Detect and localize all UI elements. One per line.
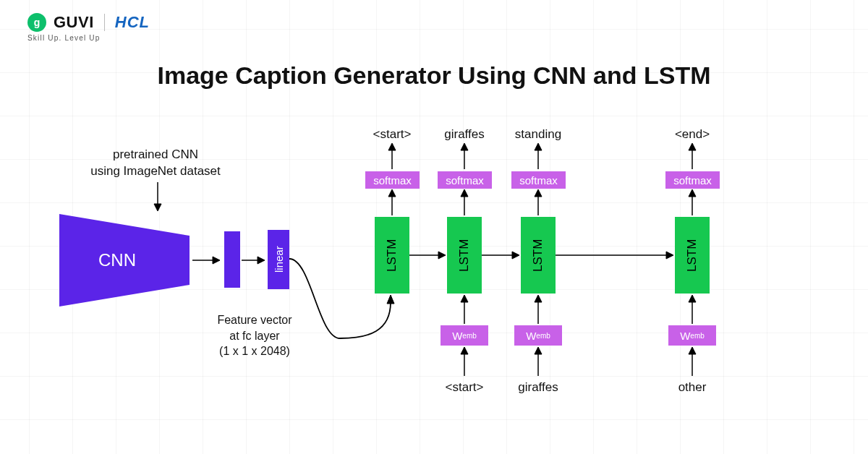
- linear-block: linear: [268, 230, 289, 289]
- brand-logo: g GUVI HCL Skill Up. Level Up: [27, 13, 150, 42]
- label-input-other: other: [660, 380, 725, 396]
- arrow-right-icon: [556, 248, 675, 262]
- arrow-up-icon: [531, 295, 545, 324]
- arrow-up-icon: [685, 189, 699, 215]
- svg-marker-18: [388, 189, 396, 197]
- wemb-block: Wemb: [514, 325, 562, 346]
- label-output-giraffes: giraffes: [432, 127, 497, 143]
- lstm-block: LSTM: [521, 217, 556, 294]
- svg-marker-38: [461, 347, 468, 354]
- arrow-up-icon: [457, 347, 472, 376]
- svg-marker-8: [387, 295, 394, 304]
- svg-marker-1: [154, 204, 161, 211]
- label-output-start: <start>: [359, 127, 425, 143]
- hcl-text: HCL: [115, 13, 150, 32]
- svg-marker-7: [258, 257, 265, 264]
- tagline: Skill Up. Level Up: [27, 34, 150, 42]
- softmax-block: softmax: [665, 171, 720, 189]
- lstm-block: LSTM: [447, 217, 482, 294]
- page-title: Image Caption Generator Using CNN and LS…: [0, 61, 868, 90]
- arrow-right-icon: [409, 248, 447, 262]
- svg-marker-42: [689, 347, 696, 354]
- svg-marker-32: [461, 295, 468, 302]
- arrow-up-icon: [685, 347, 699, 376]
- label-output-standing: standing: [506, 127, 571, 143]
- logo-divider: [104, 14, 105, 31]
- logo-row: g GUVI HCL: [27, 13, 150, 32]
- guvi-text: GUVI: [54, 13, 94, 32]
- arrow-up-icon: [685, 295, 699, 324]
- lstm-block: LSTM: [375, 217, 409, 294]
- svg-marker-30: [666, 252, 673, 259]
- softmax-block: softmax: [438, 171, 492, 189]
- svg-marker-40: [535, 347, 542, 354]
- arrow-up-icon: [531, 143, 545, 169]
- svg-text:CNN: CNN: [98, 250, 136, 270]
- arrow-right-icon: [482, 248, 521, 262]
- arrow-right-icon: [242, 253, 266, 267]
- arrow-up-icon: [531, 347, 545, 376]
- arrow-up-icon: [385, 189, 399, 215]
- svg-marker-14: [535, 143, 542, 150]
- arrow-up-icon: [531, 189, 545, 215]
- wemb-block: Wemb: [441, 325, 488, 346]
- svg-marker-34: [535, 295, 542, 302]
- guvi-badge: g: [27, 13, 46, 32]
- arrow-up-icon: [385, 143, 399, 169]
- svg-marker-36: [689, 295, 696, 302]
- svg-marker-12: [461, 143, 468, 150]
- svg-marker-28: [512, 252, 519, 259]
- softmax-block: softmax: [511, 171, 566, 189]
- svg-marker-26: [438, 252, 446, 259]
- cnn-block: CNN: [59, 214, 190, 307]
- svg-marker-16: [689, 143, 696, 150]
- label-input-giraffes: giraffes: [506, 380, 571, 396]
- arrow-down-icon: [150, 182, 165, 213]
- feature-block: [224, 231, 240, 288]
- svg-marker-5: [213, 257, 220, 264]
- arrow-up-icon: [685, 143, 699, 169]
- svg-marker-10: [388, 143, 396, 150]
- label-pretrained-cnn: pretrained CNN using ImageNet dataset: [69, 147, 242, 180]
- svg-marker-24: [689, 189, 696, 197]
- svg-marker-22: [535, 189, 542, 197]
- arrow-up-icon: [457, 295, 472, 324]
- label-output-end: <end>: [660, 127, 725, 143]
- svg-marker-20: [461, 189, 468, 197]
- softmax-block: softmax: [365, 171, 420, 189]
- arrow-up-icon: [457, 189, 472, 215]
- lstm-block: LSTM: [675, 217, 710, 294]
- arrow-up-icon: [457, 143, 472, 169]
- label-input-start: <start>: [432, 380, 497, 396]
- wemb-block: Wemb: [668, 325, 716, 346]
- arrow-right-icon: [192, 253, 221, 267]
